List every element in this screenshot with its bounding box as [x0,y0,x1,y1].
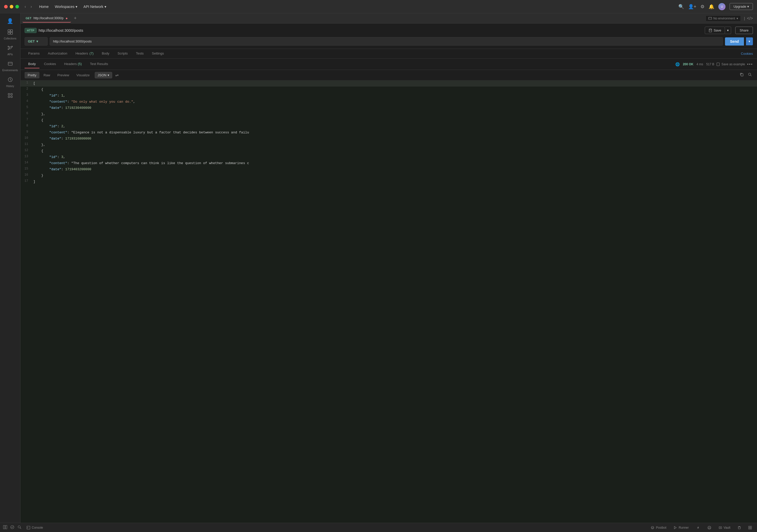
search-response-icon[interactable] [747,72,753,78]
request-area: HTTP http://localhost:3000/posts Save ▾ … [20,23,757,49]
svg-rect-14 [8,93,10,95]
request-tab[interactable]: GET http://localhost:3000/p ● [22,14,71,22]
code-line: 13 "id": 3, [20,154,757,160]
line-content: { [31,148,45,154]
code-line: 6 }, [20,111,757,117]
code-line: 17] [20,179,757,185]
settings-icon[interactable]: ⚙ [700,4,705,10]
workspaces-dropdown[interactable]: Workspaces ▾ [52,3,80,10]
format-type-selector[interactable]: JSON ▾ [95,72,112,78]
save-button[interactable]: Save [705,27,725,34]
share-button[interactable]: Share [735,27,753,34]
send-button[interactable]: Send [725,37,744,45]
minimize-button[interactable] [10,5,13,9]
runner-button[interactable]: Runner [672,525,691,530]
response-time: 4 ms [697,63,703,66]
req-tab-body[interactable]: Body [98,49,113,58]
code-line: 1[ [20,80,757,87]
tab-right-icons: | </> [742,16,755,21]
send-dropdown-button[interactable]: ▾ [746,37,753,45]
history-label: History [6,85,14,88]
upgrade-button[interactable]: Upgrade ▾ [730,3,753,10]
more-options-button[interactable]: ••• [747,62,753,67]
format-pretty-button[interactable]: Pretty [25,72,40,78]
req-tab-params[interactable]: Params [25,49,43,58]
filter-icon[interactable]: ⇌ [113,72,121,78]
sidebar-item-collections[interactable]: Collections [1,27,19,42]
code-area[interactable]: 1[2 {3 "id": 1,4 "content": "Do only wha… [20,80,757,523]
check-icon[interactable] [10,525,14,530]
req-tab-settings[interactable]: Settings [148,49,167,58]
maximize-button[interactable] [15,5,19,9]
apps-icon [8,93,13,100]
svg-rect-31 [27,526,30,529]
api-network-dropdown[interactable]: API Network ▾ [81,3,109,10]
line-content: ] [31,179,37,185]
split-view-icon[interactable]: | [744,16,745,20]
url-input[interactable] [50,37,723,45]
search-icon-bottom[interactable] [17,525,21,530]
svg-rect-43 [748,528,750,529]
req-tab-tests[interactable]: Tests [133,49,147,58]
sidebar-item-environments[interactable]: Environments [1,59,19,74]
save-example-button[interactable]: Save as example [714,61,747,67]
home-link[interactable]: Home [37,3,51,10]
chain-icon [696,526,700,530]
svg-point-37 [708,526,711,529]
request-tabs: Params Authorization Headers (7) Body Sc… [20,49,757,59]
sidebar-item-apps[interactable] [1,91,19,102]
star-icon-bottom[interactable] [705,524,713,531]
sidebar-item-apis[interactable]: APIs [1,43,19,58]
request-input-row: GET ▾ Send ▾ [25,37,753,45]
code-icon[interactable]: </> [747,16,753,21]
format-visualize-button[interactable]: Visualize [73,72,93,78]
format-raw-button[interactable]: Raw [41,72,53,78]
sidebar-item-history[interactable]: History [1,75,19,90]
close-button[interactable] [4,5,8,9]
resp-tab-test-results[interactable]: Test Results [86,60,112,68]
code-line: 4 "content": "Do only what only you can … [20,99,757,105]
svg-rect-11 [8,62,12,65]
req-tab-authorization[interactable]: Authorization [44,49,71,58]
avatar[interactable]: U [718,3,725,10]
req-tab-scripts[interactable]: Scripts [114,49,131,58]
environments-label: Environments [2,69,18,72]
code-line: 14 "content": "The question of whether c… [20,160,757,166]
resp-tab-headers[interactable]: Headers (5) [61,60,85,68]
line-content: "date": 1719230400000 [31,105,93,111]
postbot-button[interactable]: Postbot [649,525,668,530]
bell-icon[interactable]: 🔔 [709,4,714,10]
back-button[interactable]: ‹ [23,4,27,10]
link-icon-bottom[interactable] [694,524,702,531]
console-button[interactable]: Console [25,525,45,530]
sidebar-item-user[interactable]: 👤 [1,16,19,26]
layout-icon[interactable] [3,525,7,530]
new-tab-button[interactable]: + [72,15,79,21]
trash-button[interactable] [736,525,743,530]
forward-button[interactable]: › [29,4,33,10]
copy-icon[interactable] [739,72,745,78]
vault-button[interactable]: Vault [716,525,732,530]
grid-button[interactable] [746,525,754,530]
cookies-link[interactable]: Cookies [741,49,753,58]
svg-point-28 [11,525,14,529]
http-badge: HTTP [25,28,37,33]
tab-bar: GET http://localhost:3000/p ● + No envir… [20,13,757,23]
environment-selector[interactable]: No environment ▾ [706,15,741,21]
nav-arrows: ‹ › [23,4,34,10]
line-number: 10 [20,136,31,140]
req-tab-headers[interactable]: Headers (7) [72,49,97,58]
add-user-icon[interactable]: 👤+ [688,4,697,10]
resp-tab-cookies[interactable]: Cookies [41,60,60,68]
svg-point-6 [12,46,13,47]
method-selector[interactable]: GET ▾ [25,37,47,45]
titlebar-actions: 🔍 👤+ ⚙ 🔔 U Upgrade ▾ [679,3,753,10]
resp-tab-body[interactable]: Body [25,60,40,68]
line-number: 11 [20,142,31,146]
search-icon[interactable]: 🔍 [679,4,684,10]
line-number: 4 [20,99,31,103]
format-preview-button[interactable]: Preview [54,72,72,78]
svg-rect-21 [710,29,711,30]
save-dropdown-button[interactable]: ▾ [725,27,731,34]
line-number: 7 [20,117,31,122]
